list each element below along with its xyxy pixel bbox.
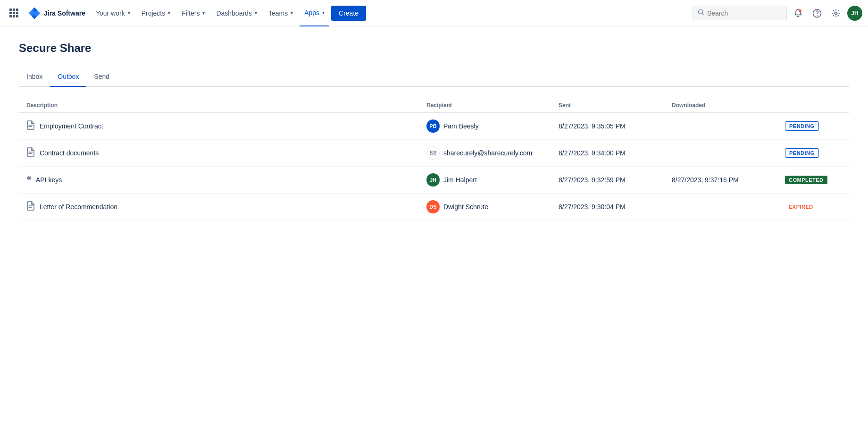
document-icon bbox=[26, 201, 35, 213]
page-title: Secure Share bbox=[19, 42, 849, 55]
header-description: Description bbox=[26, 102, 426, 109]
document-icon bbox=[26, 147, 35, 159]
nav-your-work[interactable]: Your work ▾ bbox=[91, 0, 135, 26]
row-sent: 8/27/2023, 9:32:59 PM bbox=[559, 176, 672, 184]
jira-logo[interactable]: Jira Software bbox=[24, 7, 89, 20]
row-status: COMPLETED bbox=[785, 176, 842, 184]
status-badge: COMPLETED bbox=[785, 176, 827, 184]
nav-left: Jira Software Your work ▾ Projects ▾ Fil… bbox=[6, 0, 691, 26]
chevron-down-icon: ▾ bbox=[128, 10, 130, 16]
nav-teams[interactable]: Teams ▾ bbox=[264, 0, 298, 26]
chevron-down-icon: ▾ bbox=[202, 10, 205, 16]
chevron-down-icon: ▾ bbox=[291, 10, 293, 16]
user-avatar[interactable]: JH bbox=[847, 6, 862, 21]
row-status: PENDING bbox=[785, 121, 842, 131]
nav-apps[interactable]: Apps ▾ bbox=[300, 0, 329, 26]
row-status: PENDING bbox=[785, 148, 842, 158]
row-description-text: Employment Contract bbox=[40, 122, 103, 130]
row-status: EXPIRED bbox=[785, 203, 842, 211]
top-navigation: Jira Software Your work ▾ Projects ▾ Fil… bbox=[0, 0, 868, 26]
row-description-text: API keys bbox=[36, 176, 62, 184]
email-icon bbox=[426, 146, 440, 160]
grid-menu-icon[interactable] bbox=[6, 5, 22, 21]
tab-bar: Inbox Outbox Send bbox=[19, 66, 849, 87]
tab-inbox[interactable]: Inbox bbox=[19, 67, 50, 87]
table-header-row: Description Recipient Sent Downloaded bbox=[19, 98, 849, 113]
nav-projects[interactable]: Projects ▾ bbox=[137, 0, 175, 26]
nav-filters[interactable]: Filters ▾ bbox=[177, 0, 209, 26]
settings-button[interactable] bbox=[828, 6, 843, 21]
nav-right: JH bbox=[693, 6, 862, 21]
svg-point-3 bbox=[817, 15, 818, 16]
search-icon bbox=[698, 9, 704, 17]
table-row: Employment Contract PB Pam Beesly 8/27/2… bbox=[19, 113, 849, 140]
quote-icon: ❝ bbox=[26, 175, 31, 185]
status-badge: EXPIRED bbox=[785, 203, 817, 211]
row-recipient: sharecurely@sharecurely.com bbox=[426, 146, 559, 160]
nav-dashboards[interactable]: Dashboards ▾ bbox=[211, 0, 262, 26]
row-recipient: JH Jim Halpert bbox=[426, 173, 559, 187]
chevron-down-icon: ▾ bbox=[255, 10, 257, 16]
row-sent: 8/27/2023, 9:35:05 PM bbox=[559, 122, 672, 130]
recipient-avatar: JH bbox=[426, 173, 440, 187]
svg-rect-5 bbox=[430, 151, 436, 155]
header-recipient: Recipient bbox=[426, 102, 559, 109]
row-description: Contract documents bbox=[26, 147, 426, 159]
create-button[interactable]: Create bbox=[331, 6, 366, 21]
header-downloaded: Downloaded bbox=[672, 102, 785, 109]
document-icon bbox=[26, 120, 35, 132]
row-description: ❝ API keys bbox=[26, 175, 426, 185]
outbox-table: Description Recipient Sent Downloaded Em… bbox=[19, 98, 849, 221]
row-sent: 8/27/2023, 9:34:00 PM bbox=[559, 149, 672, 157]
row-recipient: DS Dwight Schrute bbox=[426, 200, 559, 213]
notifications-button[interactable] bbox=[791, 6, 806, 21]
chevron-down-icon: ▾ bbox=[168, 10, 170, 16]
header-sent: Sent bbox=[559, 102, 672, 109]
tab-send[interactable]: Send bbox=[86, 67, 117, 87]
table-row: Contract documents sharecurely@sharecure… bbox=[19, 140, 849, 167]
help-button[interactable] bbox=[810, 6, 825, 21]
table-row: ❝ API keys JH Jim Halpert 8/27/2023, 9:3… bbox=[19, 167, 849, 194]
recipient-avatar: DS bbox=[426, 200, 440, 213]
row-description-text: Contract documents bbox=[40, 149, 99, 157]
row-description: Employment Contract bbox=[26, 120, 426, 132]
search-input[interactable] bbox=[707, 9, 782, 17]
header-status bbox=[785, 102, 842, 109]
row-downloaded: 8/27/2023, 9:37:16 PM bbox=[672, 176, 785, 184]
tab-outbox[interactable]: Outbox bbox=[50, 67, 86, 87]
status-badge: PENDING bbox=[785, 121, 819, 131]
table-row: Letter of Recommendation DS Dwight Schru… bbox=[19, 194, 849, 221]
main-content: Secure Share Inbox Outbox Send Descripti… bbox=[0, 26, 868, 236]
row-recipient: PB Pam Beesly bbox=[426, 119, 559, 133]
svg-point-4 bbox=[835, 12, 837, 14]
row-description-text: Letter of Recommendation bbox=[40, 203, 117, 211]
chevron-down-icon: ▾ bbox=[322, 10, 325, 15]
recipient-avatar: PB bbox=[426, 119, 440, 133]
jira-logo-text: Jira Software bbox=[44, 9, 85, 17]
row-description: Letter of Recommendation bbox=[26, 201, 426, 213]
status-badge: PENDING bbox=[785, 148, 819, 158]
search-box[interactable] bbox=[693, 6, 787, 20]
svg-point-1 bbox=[799, 9, 801, 12]
row-sent: 8/27/2023, 9:30:04 PM bbox=[559, 203, 672, 211]
